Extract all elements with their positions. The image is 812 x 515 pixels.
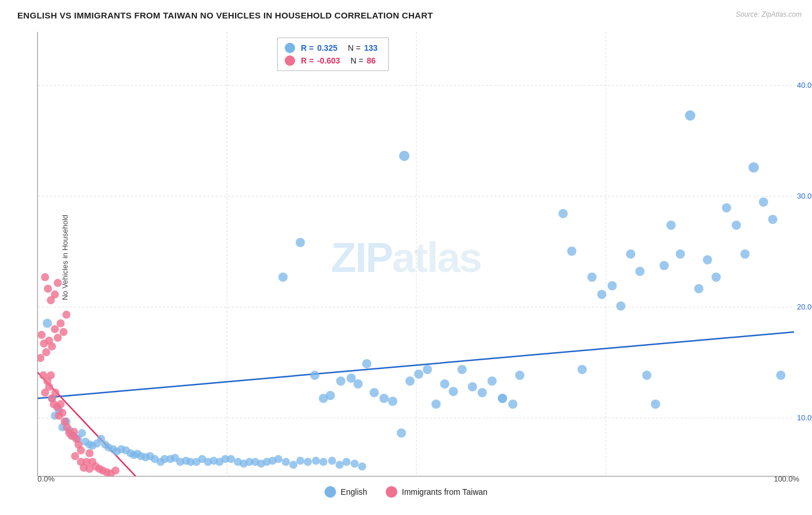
svg-point-174 — [85, 465, 94, 473]
svg-point-170 — [51, 290, 59, 298]
svg-point-172 — [71, 452, 79, 460]
legend-val-blue-r: 0.325 — [317, 43, 337, 53]
x-axis-label-right: 100.0% — [774, 475, 799, 483]
svg-point-110 — [642, 371, 651, 380]
legend-box: R = 0.325 N = 133 R = -0.603 N = 86 — [277, 38, 389, 71]
svg-point-74 — [296, 238, 305, 247]
svg-point-103 — [578, 365, 587, 374]
svg-point-75 — [310, 371, 319, 380]
svg-point-101 — [558, 209, 568, 218]
svg-point-106 — [608, 281, 617, 290]
svg-point-104 — [587, 273, 597, 282]
svg-point-123 — [759, 197, 768, 207]
svg-point-138 — [58, 409, 66, 417]
svg-point-64 — [296, 457, 304, 465]
y-label-10: 10.0% — [797, 413, 812, 422]
legend-swatch-english-bottom — [325, 486, 336, 498]
svg-point-131 — [47, 371, 55, 379]
svg-point-90 — [440, 379, 449, 389]
y-axis-label: No Vehicles in Household — [61, 200, 69, 315]
legend-val-blue-n: 133 — [364, 43, 377, 53]
svg-point-108 — [626, 249, 635, 259]
svg-point-125 — [776, 371, 785, 380]
svg-point-91 — [449, 387, 458, 396]
svg-point-63 — [289, 461, 297, 469]
svg-point-105 — [597, 290, 606, 299]
svg-point-12 — [43, 319, 52, 328]
svg-point-161 — [48, 342, 56, 350]
svg-point-163 — [54, 334, 62, 342]
legend-swatch-taiwan-bottom — [386, 486, 397, 498]
svg-point-126 — [36, 354, 44, 362]
svg-point-21 — [78, 429, 86, 437]
svg-point-118 — [712, 273, 721, 282]
legend-n-pink-label: N = — [351, 56, 363, 65]
svg-point-114 — [676, 249, 685, 259]
svg-point-115 — [685, 110, 695, 121]
y-label-20: 20.0% — [797, 303, 812, 311]
svg-point-107 — [616, 301, 625, 311]
legend-swatch-pink — [285, 55, 295, 66]
svg-point-119 — [722, 203, 731, 212]
svg-point-156 — [111, 467, 120, 475]
svg-point-157 — [38, 331, 46, 339]
svg-point-120 — [732, 221, 741, 230]
svg-point-149 — [85, 449, 94, 457]
bottom-legend: English Immigrants from Taiwan — [325, 486, 487, 498]
legend-label-taiwan: Immigrants from Taiwan — [402, 487, 487, 497]
svg-point-83 — [379, 394, 389, 403]
svg-point-100 — [498, 394, 507, 403]
svg-point-92 — [457, 365, 467, 374]
svg-point-162 — [51, 325, 59, 333]
svg-point-62 — [282, 458, 290, 466]
svg-point-82 — [370, 388, 379, 397]
svg-point-109 — [635, 267, 645, 276]
svg-point-146 — [77, 446, 85, 454]
svg-point-121 — [740, 249, 750, 259]
y-label-40: 40.0% — [797, 81, 812, 89]
svg-point-97 — [508, 400, 517, 409]
svg-point-116 — [694, 284, 703, 293]
svg-point-124 — [768, 215, 777, 224]
legend-row-blue: R = 0.325 N = 133 — [285, 43, 378, 53]
svg-point-70 — [342, 458, 351, 466]
svg-point-134 — [51, 389, 59, 397]
svg-point-86 — [405, 376, 415, 386]
svg-point-99 — [399, 151, 409, 161]
svg-point-53 — [227, 455, 235, 463]
svg-point-112 — [660, 261, 669, 270]
svg-point-113 — [666, 221, 676, 230]
legend-r-pink: R = — [301, 56, 314, 65]
svg-point-69 — [336, 461, 344, 469]
svg-point-102 — [567, 247, 576, 256]
legend-swatch-blue — [285, 43, 295, 53]
svg-point-94 — [478, 388, 487, 397]
svg-point-95 — [487, 376, 497, 386]
svg-point-98 — [515, 371, 524, 380]
bottom-legend-taiwan: Immigrants from Taiwan — [386, 486, 487, 498]
svg-point-71 — [351, 460, 359, 468]
legend-n-blue-label: N = — [348, 43, 360, 53]
svg-point-173 — [77, 458, 85, 466]
svg-point-164 — [57, 319, 65, 327]
svg-point-87 — [414, 370, 423, 379]
svg-line-10 — [38, 332, 794, 398]
svg-point-78 — [336, 376, 345, 386]
svg-point-81 — [362, 359, 371, 368]
svg-point-93 — [468, 382, 477, 391]
svg-point-72 — [358, 462, 366, 471]
svg-point-130 — [45, 383, 53, 391]
legend-row-pink: R = -0.603 N = 86 — [285, 55, 378, 66]
svg-point-77 — [326, 391, 335, 400]
svg-point-68 — [328, 457, 336, 465]
svg-point-137 — [57, 400, 65, 408]
y-label-30: 30.0% — [797, 192, 812, 200]
svg-point-122 — [748, 162, 759, 173]
svg-point-65 — [304, 458, 312, 466]
svg-point-84 — [388, 397, 397, 406]
svg-point-61 — [274, 455, 282, 463]
chart-svg: 40.0% 30.0% 20.0% 10.0% — [0, 0, 812, 515]
bottom-legend-english: English — [325, 486, 367, 498]
legend-val-pink-r: -0.603 — [317, 56, 340, 65]
svg-point-80 — [353, 379, 363, 389]
